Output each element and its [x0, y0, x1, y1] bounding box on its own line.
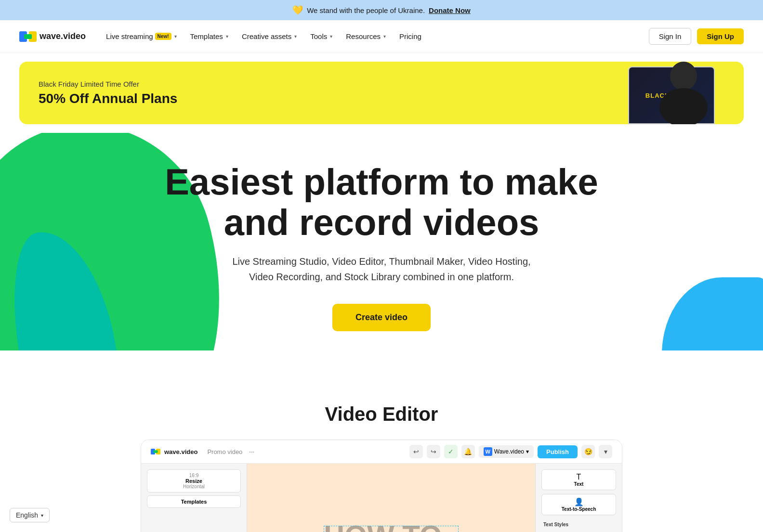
svg-rect-7: [154, 450, 158, 453]
nav-label-resources: Resources: [346, 32, 381, 40]
nav-item-resources[interactable]: Resources ▾: [340, 28, 392, 44]
hero-subtitle: Live Streaming Studio, Video Editor, Thu…: [232, 254, 531, 285]
chevron-down-icon: ▾: [330, 34, 332, 39]
nav-item-pricing[interactable]: Pricing: [394, 28, 427, 44]
svg-rect-4: [659, 88, 708, 124]
hero-title-line2: and record videos: [224, 202, 539, 243]
logo-icon: [19, 31, 37, 42]
brand-selector[interactable]: W Wave.video ▾: [479, 445, 534, 458]
promo-video-label: Promo video: [207, 448, 242, 455]
brand-chevron: ▾: [526, 448, 529, 455]
nav-label-templates: Templates: [190, 32, 223, 40]
chevron-down-icon: ▾: [383, 34, 386, 39]
video-editor-section: Video Editor wave.video Promo video ··· …: [0, 379, 763, 532]
hero-section: Easiest platform to make and record vide…: [0, 133, 763, 350]
resize-button[interactable]: 16:9 Resize Horizontal: [147, 469, 241, 493]
nav-links: Live streaming New! ▾ Templates ▾ Creati…: [100, 28, 649, 44]
nav-item-creative-assets[interactable]: Creative assets ▾: [236, 28, 303, 44]
editor-topbar: wave.video Promo video ··· ↩ ↪ ✓ 🔔 W Wav…: [141, 440, 622, 464]
text-styles-label: Text Styles: [541, 519, 616, 530]
video-editor-title: Video Editor: [19, 403, 744, 425]
signup-button[interactable]: Sign Up: [697, 28, 744, 44]
nav-label-tools: Tools: [310, 32, 327, 40]
promo-image-area: BLACK FRIDAY: [628, 66, 715, 124]
signin-button[interactable]: Sign In: [649, 28, 692, 45]
chevron-down-icon: ▾: [226, 34, 228, 39]
donate-link[interactable]: Donate Now: [429, 6, 471, 14]
nav-label-creative-assets: Creative assets: [242, 32, 291, 40]
undo-button[interactable]: ↩: [409, 445, 423, 458]
emoji-button[interactable]: 😏: [581, 445, 595, 458]
brand-icon: W: [484, 447, 492, 456]
editor-logo: wave.video Promo video ···: [151, 448, 254, 455]
hero-title: Easiest platform to make and record vide…: [165, 162, 598, 242]
hero-title-line1: Easiest platform to make: [165, 161, 598, 202]
nav-label-live-streaming: Live streaming: [106, 32, 153, 40]
chevron-down-icon: ▾: [174, 34, 177, 39]
redo-button[interactable]: ↪: [427, 445, 440, 458]
nav-label-pricing: Pricing: [399, 32, 421, 40]
person-silhouette: [652, 62, 715, 124]
more-options-icon[interactable]: ···: [249, 448, 254, 455]
nav-actions: Sign In Sign Up: [649, 28, 744, 45]
nav-item-live-streaming[interactable]: Live streaming New! ▾: [100, 28, 182, 44]
logo[interactable]: wave.video: [19, 31, 86, 42]
tts-panel-button[interactable]: 👤 Text-to-Speech: [541, 494, 616, 515]
publish-button[interactable]: Publish: [538, 445, 578, 458]
language-chevron-icon: ▾: [41, 513, 43, 518]
language-selector[interactable]: English ▾: [10, 508, 50, 522]
promo-subtitle: Black Friday Limited Time Offer: [39, 80, 177, 88]
editor-sidebar-right: T Text 👤 Text-to-Speech Text Styles A A …: [535, 464, 622, 532]
main-nav: wave.video Live streaming New! ▾ Templat…: [0, 20, 763, 53]
check-button[interactable]: ✓: [444, 445, 458, 458]
editor-body: 16:9 Resize Horizontal Templates HOW TO: [141, 464, 622, 532]
svg-point-3: [670, 62, 697, 91]
language-selector-area: English ▾: [10, 508, 50, 522]
nav-badge-new: New!: [155, 33, 171, 40]
promo-title: 50% Off Annual Plans: [39, 91, 177, 106]
promo-banner[interactable]: Black Friday Limited Time Offer 50% Off …: [19, 62, 744, 124]
logo-text: wave.video: [39, 31, 86, 41]
notification-button[interactable]: 🔔: [461, 445, 475, 458]
banner-text: We stand with the people of Ukraine.: [307, 6, 425, 14]
svg-rect-2: [24, 34, 32, 39]
nav-item-tools[interactable]: Tools ▾: [304, 28, 338, 44]
language-label: English: [16, 511, 38, 519]
banner-emoji: 💛: [292, 5, 303, 15]
templates-sidebar-button[interactable]: Templates: [147, 495, 241, 508]
hero-content: Easiest platform to make and record vide…: [19, 162, 744, 331]
editor-sidebar-left: 16:9 Resize Horizontal Templates: [141, 464, 247, 532]
editor-logo-icon: [151, 448, 160, 455]
editor-preview: wave.video Promo video ··· ↩ ↪ ✓ 🔔 W Wav…: [141, 440, 622, 532]
editor-logo-text: wave.video: [164, 448, 197, 455]
more-button[interactable]: ▾: [599, 445, 612, 458]
editor-center-controls: ↩ ↪ ✓ 🔔 W Wave.video ▾ Publish 😏 ▾: [409, 445, 612, 458]
editor-canvas[interactable]: HOW TO Ungroup T+ Aa ↻ ⬇ 🗑: [247, 464, 535, 532]
promo-text: Black Friday Limited Time Offer 50% Off …: [39, 80, 177, 106]
chevron-down-icon: ▾: [294, 34, 297, 39]
brand-name: Wave.video: [494, 448, 524, 455]
nav-item-templates[interactable]: Templates ▾: [184, 28, 234, 44]
text-panel-button[interactable]: T Text: [541, 469, 616, 490]
create-video-button[interactable]: Create video: [332, 304, 431, 331]
ukraine-banner: 💛 We stand with the people of Ukraine. D…: [0, 0, 763, 20]
